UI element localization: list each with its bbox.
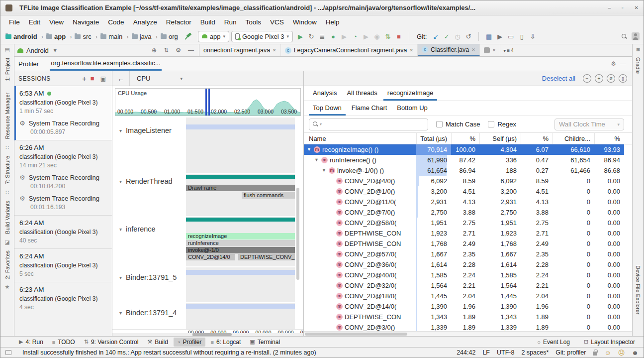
menu-item[interactable]: Tools <box>241 17 266 27</box>
hide-panel-icon[interactable]: — <box>186 47 196 54</box>
table-row[interactable]: ▼ m CONV_2D@58/0( 1,951 2.75 1,951 2.75 <box>304 218 624 228</box>
menu-item[interactable]: Window <box>288 17 321 27</box>
zoom-in-icon[interactable]: + <box>595 74 603 83</box>
table-row[interactable]: ▼ m runInference() () 61,990 87.42 336 0… <box>304 155 624 165</box>
tab-profiler-icon-tab[interactable]: ✕ <box>480 44 501 56</box>
analysis-tab[interactable]: All threads <box>343 86 381 101</box>
status-item[interactable]: LF <box>482 349 490 356</box>
table-row[interactable]: ▼ m CONV_2D@4/0() 6,092 8.59 6,092 8.59 <box>304 176 624 186</box>
trace-event[interactable]: DrawFrame <box>186 185 295 191</box>
tool-window-button[interactable]: ≡ 6: Logcat <box>207 338 245 347</box>
status-item[interactable]: UTF-8 <box>497 349 514 356</box>
track-binder5[interactable]: ▾ Binder:13791_5 <box>112 267 303 302</box>
menu-item[interactable]: Build <box>196 17 220 27</box>
collapse-triangle-icon[interactable]: ▾ <box>119 275 122 280</box>
happy-face-icon[interactable]: ☺ <box>604 349 611 357</box>
debug[interactable]: ● <box>328 31 339 42</box>
gear-icon[interactable]: ⚙ <box>609 60 618 67</box>
selection-line[interactable] <box>208 89 210 116</box>
menu-item[interactable]: Analyze <box>129 17 162 27</box>
update-project[interactable]: ↙ <box>430 31 441 42</box>
sad-face-icon[interactable]: ☹ <box>618 349 625 357</box>
project-structure[interactable]: ▤ <box>483 31 494 42</box>
hide-panel-icon[interactable]: — <box>618 60 628 67</box>
breadcrumb-item[interactable]: src <box>74 33 98 40</box>
attach-debugger[interactable]: ▶ <box>339 31 350 42</box>
sidebar-item-favorites[interactable]: 2: Favorites <box>4 250 10 279</box>
status-item[interactable]: 2 spaces* <box>521 349 549 356</box>
menu-item[interactable]: Refactor <box>162 17 196 27</box>
run-config-select[interactable]: app ▾ <box>198 31 229 42</box>
column-header-total[interactable]: Total (µs) <box>416 133 451 144</box>
analysis-tab[interactable]: Analysis <box>309 86 341 101</box>
run[interactable]: ▶ <box>295 31 306 42</box>
device-select[interactable]: Google Pixel 3 ▾ <box>231 31 293 42</box>
menu-item[interactable]: Edit <box>24 17 45 27</box>
menu-item[interactable]: File <box>4 17 24 27</box>
apply-changes[interactable]: ↻ <box>306 31 317 42</box>
view-tab[interactable]: Bottom Up <box>393 101 431 116</box>
stop-session-icon[interactable]: ■ <box>91 75 94 82</box>
notification-icon[interactable] <box>5 350 11 355</box>
expand-arrow-icon[interactable]: ▼ <box>307 144 312 155</box>
trace-event[interactable]: recognizeImage <box>186 233 295 239</box>
table-row[interactable]: ▼ m DEPTHWISE_CON 1,768 2.49 1,768 2.49 <box>304 239 624 249</box>
scrollbar-thumb[interactable] <box>192 333 232 336</box>
table-row[interactable]: ▼ m CONV_2D@14/0( 1,390 1.96 1,390 1.96 <box>304 301 624 312</box>
session-card[interactable]: 6:24 AM classification (Google Pixel 3) … <box>14 216 112 249</box>
collapse-triangle-icon[interactable]: ▾ <box>119 227 122 232</box>
gear-icon[interactable]: ⚙ <box>174 47 183 54</box>
history[interactable]: ◷ <box>452 31 463 42</box>
close-icon[interactable]: ✕ <box>492 48 496 53</box>
collapse-triangle-icon[interactable]: ▾ <box>119 128 122 133</box>
profiler-session-tab[interactable]: org.tensorflow.lite.examples.classific..… <box>50 57 161 71</box>
expand-arrow-icon[interactable]: ▼ <box>314 155 319 165</box>
session-card[interactable]: 6:26 AM classification (Google Pixel 3) … <box>14 140 112 216</box>
session-card[interactable]: 6:53 AM classification (Google Pixel 3) … <box>14 86 112 140</box>
running-devices[interactable]: ▶ <box>494 31 505 42</box>
column-header-children[interactable]: Childre... <box>552 133 594 144</box>
profile[interactable]: ◔ <box>350 31 361 42</box>
sidebar-item-device-file-explorer[interactable]: Device File Explorer <box>635 265 641 314</box>
table-row[interactable]: ▼ m CONV_2D@36/0( 1,614 2.28 1,614 2.28 <box>304 259 624 270</box>
tab-cameraconnectionfragment[interactable]: onnectionFragment.java ✕ <box>199 44 281 56</box>
tool-window-button[interactable]: ⊡ Layout Inspector <box>580 338 639 347</box>
collapse-all-icon[interactable]: ⇅ <box>162 47 171 54</box>
locate-file-icon[interactable]: ⊕ <box>150 47 159 54</box>
tool-window-button[interactable]: ▶ 4: Run <box>15 338 47 347</box>
table-row[interactable]: ▼ m DEPTHWISE_CON 1,343 1.89 1,343 1.89 <box>304 312 624 322</box>
match-case-option[interactable]: Match Case <box>436 120 480 128</box>
column-header-self[interactable]: Self (µs) <box>479 133 521 144</box>
recording-item[interactable]: ⚙ System Trace Recording <box>19 195 108 202</box>
table-row[interactable]: ▼ m CONV_2D@18/0( 1,445 2.04 1,445 2.04 <box>304 291 624 301</box>
zoom-to-selection-icon[interactable]: [] <box>619 74 627 83</box>
sidebar-item-project[interactable]: 1: Project <box>4 58 10 81</box>
track-binder4[interactable]: ▾ Binder:13791_4 <box>112 303 303 329</box>
close-icon[interactable]: ✕ <box>273 48 276 53</box>
search-everywhere-icon[interactable] <box>619 31 630 42</box>
menu-item[interactable]: Run <box>220 17 241 27</box>
column-header-self-pct[interactable]: % <box>521 133 552 144</box>
menu-item[interactable]: Code <box>103 17 128 27</box>
tab-legacycameraconnectionfragment[interactable]: c LegacyCameraConnectionFragment.java ✕ <box>281 44 418 56</box>
column-header-name[interactable]: Name <box>304 133 416 144</box>
expand-arrow-icon[interactable]: ▼ <box>322 165 327 176</box>
table-row[interactable]: ▼ m CONV_2D@11/0( 2,931 4.13 2,931 4.13 <box>304 197 624 207</box>
status-item[interactable]: 244:42 <box>457 349 475 356</box>
table-horizontal-scrollbar[interactable] <box>304 331 632 336</box>
breadcrumb-item[interactable]: android <box>4 33 44 40</box>
sdk-manager[interactable]: ⇩ <box>527 31 538 42</box>
trace-event[interactable]: runInference <box>186 240 295 246</box>
tab-classifier[interactable]: c Classifier.java ✕ <box>418 44 480 56</box>
breadcrumb-item[interactable]: org <box>160 33 179 40</box>
table-row[interactable]: ▼ m CONV_2D@32/0( 1,564 2.21 1,564 2.21 <box>304 280 624 291</box>
analysis-tab[interactable]: recognizeImage <box>383 86 438 101</box>
track-inference[interactable]: ▾ inference recognizeImage runInference … <box>112 217 303 266</box>
sidebar-item-resource-manager[interactable]: Resource Manager <box>4 93 10 139</box>
tracks-vertical-scrollbar[interactable] <box>296 188 299 280</box>
sidebar-item-gradle[interactable]: Gradle <box>635 57 641 74</box>
collapse-triangle-icon[interactable]: ▾ <box>119 179 122 184</box>
tool-window-button[interactable]: ▣ Terminal <box>246 338 283 347</box>
profile-avatar[interactable] <box>632 32 640 40</box>
zoom-out-icon[interactable]: − <box>583 74 591 83</box>
